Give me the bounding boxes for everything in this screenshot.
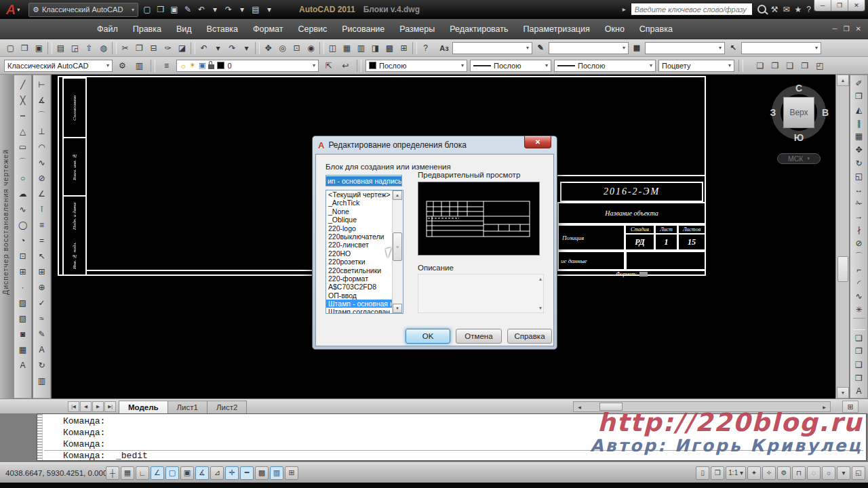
hscroll-right-button[interactable]: ▶: [819, 403, 829, 411]
hscroll-left-button[interactable]: ◀: [574, 403, 585, 411]
tolerance-icon[interactable]: ⊞: [34, 264, 50, 279]
explode-icon[interactable]: ✳: [851, 303, 867, 317]
designcenter-icon[interactable]: ▦: [340, 41, 354, 55]
make-block-icon[interactable]: ⊞: [15, 264, 31, 279]
erase-icon[interactable]: ✐: [851, 77, 867, 90]
description-box[interactable]: ▴ ▾: [418, 274, 544, 313]
construction-line-icon[interactable]: ╳: [15, 92, 31, 108]
ellipse-icon[interactable]: ◯: [15, 217, 31, 232]
text-style-select[interactable]: [452, 42, 532, 54]
next-tab-button[interactable]: ▶: [92, 401, 104, 412]
annotation-scale-button[interactable]: 1:1 ▾: [726, 466, 746, 480]
publish-icon[interactable]: ⇧: [82, 41, 96, 55]
cut-icon[interactable]: ✂: [118, 41, 132, 55]
viewcube-south[interactable]: Ю: [793, 132, 804, 143]
vertical-scrollbar[interactable]: ▲ ▼: [835, 75, 849, 399]
print-dropdown-icon[interactable]: ▾: [262, 3, 276, 16]
infocenter-flyout-icon[interactable]: ▸: [623, 5, 626, 13]
draw-order-back-icon[interactable]: ❐: [768, 59, 783, 73]
ellipse-arc-icon[interactable]: ◔: [15, 232, 31, 248]
dim-text-edit-icon[interactable]: A: [34, 342, 50, 357]
properties-icon[interactable]: ◫: [326, 41, 340, 55]
zoom-previous-icon[interactable]: ◉: [304, 41, 318, 55]
transparency-toggle[interactable]: ▩: [255, 466, 269, 480]
command-window-grip[interactable]: [37, 414, 43, 460]
lineweight-select[interactable]: Послою: [554, 60, 656, 72]
match-properties-icon[interactable]: ✑: [161, 41, 175, 55]
spline-icon[interactable]: ∿: [15, 201, 31, 217]
polygon-icon[interactable]: △: [15, 123, 31, 139]
block-list-item[interactable]: A$C703C2FD8: [326, 283, 393, 291]
help-icon[interactable]: ?: [418, 41, 433, 55]
undo-icon[interactable]: ↶: [197, 41, 211, 55]
first-tab-button[interactable]: |◀: [68, 401, 79, 412]
block-name-input[interactable]: ип - основная надпись: [326, 175, 402, 186]
viewcube-north[interactable]: С: [793, 83, 804, 94]
layout-tab[interactable]: Лист2: [207, 401, 247, 413]
ducs-toggle[interactable]: ⊿: [210, 466, 224, 480]
print-icon[interactable]: ▤: [54, 41, 68, 55]
application-menu-button[interactable]: A▾: [0, 0, 26, 19]
dim-aligned-icon[interactable]: ∡: [34, 92, 50, 108]
revision-cloud-icon[interactable]: ☁: [15, 186, 31, 201]
menu-item[interactable]: Окно: [597, 24, 632, 34]
dim-ordinate-icon[interactable]: ⊥: [34, 123, 50, 139]
menu-item[interactable]: Редактировать: [442, 24, 515, 34]
horizontal-scrollbar[interactable]: ◀ ▶: [573, 401, 831, 412]
block-list-item[interactable]: 220-линсвет: [326, 241, 393, 249]
hscroll-thumb[interactable]: [599, 403, 623, 411]
menu-item[interactable]: Вид: [169, 24, 199, 34]
layer-properties-icon[interactable]: ≡: [159, 59, 174, 73]
save-icon[interactable]: ▣: [167, 3, 181, 16]
isolate-objects-button[interactable]: ◌: [807, 466, 821, 480]
paste-icon[interactable]: ⊟: [146, 41, 161, 55]
block-list-item[interactable]: 220светильники: [326, 266, 393, 274]
lwt-toggle[interactable]: ━: [240, 466, 254, 480]
model-button[interactable]: ▯: [696, 466, 709, 480]
block-list-item[interactable]: <Текущий чертеж>: [326, 190, 393, 199]
blend-icon[interactable]: ∿: [851, 290, 867, 304]
annotation-monitor-button[interactable]: ⊞: [842, 401, 859, 413]
workspace-combo[interactable]: Классический AutoCAD: [4, 60, 113, 72]
break-icon[interactable]: ⊘: [851, 237, 867, 250]
prev-tab-button[interactable]: ◀: [80, 401, 92, 412]
list-scroll-down-button[interactable]: ▼: [393, 304, 402, 313]
hatch-icon[interactable]: ▨: [15, 295, 31, 310]
rectangle-icon[interactable]: ▭: [15, 139, 31, 155]
quick-properties-toggle[interactable]: ▥: [270, 466, 283, 480]
redo-dropdown-icon[interactable]: ▾: [235, 3, 249, 16]
list-scroll-up-button[interactable]: ▲: [393, 190, 402, 200]
dyn-toggle[interactable]: ✛: [225, 466, 239, 480]
dim-angular-icon[interactable]: ∠: [34, 186, 50, 201]
pan-icon[interactable]: ✥: [261, 41, 275, 55]
block-list-item[interactable]: 220-logo: [326, 224, 393, 232]
point-icon[interactable]: ·: [15, 279, 31, 295]
print-preview-icon[interactable]: ◲: [68, 41, 82, 55]
redo-icon[interactable]: ↷: [222, 3, 235, 16]
dim-arc-length-icon[interactable]: ⌒: [34, 108, 50, 123]
search-icon[interactable]: [757, 5, 766, 14]
selection-cycling-toggle[interactable]: ⊞: [285, 466, 298, 480]
help-icon[interactable]: ?: [806, 5, 811, 14]
block-list-item[interactable]: Штамп - основная н: [326, 300, 393, 308]
stretch-icon[interactable]: ↔: [851, 183, 867, 197]
restore-button[interactable]: ❐: [831, 0, 848, 11]
draw-order-below-icon[interactable]: ❒: [797, 59, 812, 73]
polyline-icon[interactable]: ┉: [15, 108, 31, 123]
dim-quick-icon[interactable]: ⊺: [34, 201, 50, 217]
viewcube-east[interactable]: В: [820, 107, 831, 118]
polar-toggle[interactable]: ∠: [151, 466, 164, 480]
clean-screen-button[interactable]: ◱: [852, 466, 865, 480]
viewport-dialog-icon[interactable]: ◰: [812, 59, 827, 73]
dim-jogged-icon[interactable]: ∿: [34, 155, 50, 170]
rotate-icon[interactable]: ↻: [851, 157, 867, 170]
send-to-back-icon[interactable]: ❐: [851, 344, 867, 358]
arc-icon[interactable]: ⌒: [15, 155, 31, 170]
open-file-icon[interactable]: ❒: [154, 3, 167, 16]
annotation-visibility-button[interactable]: ✦: [747, 466, 761, 480]
status-menu-button[interactable]: ▾: [837, 466, 850, 480]
subscription-icon[interactable]: ⚒: [771, 5, 778, 14]
break-at-point-icon[interactable]: ∤: [851, 223, 867, 237]
quickcalc-icon[interactable]: ⊞: [397, 41, 411, 55]
tool-palette-icon[interactable]: ▥: [132, 59, 146, 73]
